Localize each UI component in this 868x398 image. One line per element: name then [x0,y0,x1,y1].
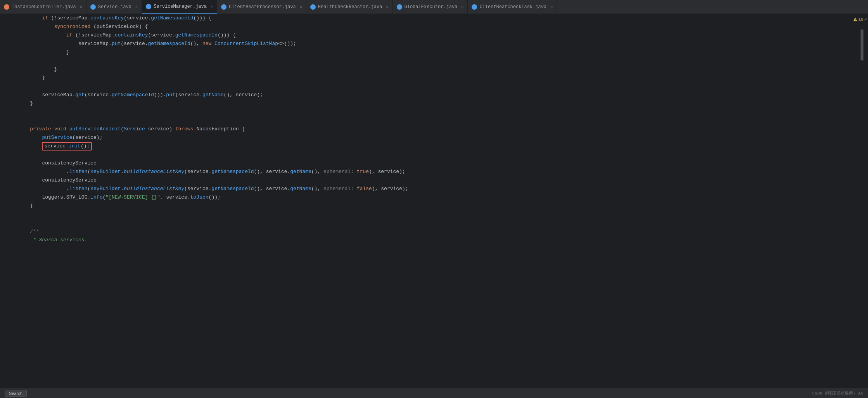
svg-text:!: ! [854,19,856,22]
tab-service-manager[interactable]: ServiceManager.java ✕ [142,0,217,14]
tab-label: Service.java [98,4,131,10]
code-line: * Search services. [0,236,860,244]
tab-close-icon[interactable]: ✕ [135,5,138,9]
tab-close-icon[interactable]: ✕ [550,5,553,9]
code-line: } [0,65,860,74]
tab-icon [397,4,402,10]
main-layout: if (!serviceMap.containsKey(service.getN… [0,14,868,398]
code-line [0,57,860,65]
tab-label: HealthCheckReactor.java [318,4,382,10]
code-line: } [0,48,860,57]
scrollbar-thumb[interactable] [861,29,863,61]
tab-close-icon[interactable]: ✕ [386,5,388,9]
bottom-bar: Search CSDN @程序员劝退师-TAO [0,388,868,398]
code-line: Loggers.SRV_LOG.info("[NEW-SERVICE] {}",… [0,193,860,202]
code-line [0,108,860,116]
tab-icon [4,4,9,10]
code-line: } [0,74,860,82]
code-line: .listen(KeyBuilder.buildInstanceListKey(… [0,168,860,176]
code-lines: if (!serviceMap.containsKey(service.getN… [0,14,860,244]
highlighted-code-line: service.init(); [0,142,860,151]
tab-label: GlobalExecutor.java [405,4,458,10]
tab-service[interactable]: Service.java ✕ [86,0,142,14]
code-line [0,82,860,91]
warning-icon: ! [853,17,858,22]
tab-icon [472,4,477,10]
tab-global-executor[interactable]: GlobalExecutor.java ✕ [393,0,468,14]
tab-icon [90,4,96,10]
checkmark-icon: ✓ [864,16,867,22]
tab-close-icon[interactable]: ✕ [211,4,213,9]
watermark-text: CSDN @程序员劝退师-TAO [812,390,863,396]
code-line [0,210,860,219]
warning-count: 18 [858,17,863,22]
tab-close-icon[interactable]: ✕ [461,5,463,9]
code-line: private void putServiceAndInit(Service s… [0,125,860,133]
tab-client-beat-processor[interactable]: ClientBeatProcessor.java ✕ [217,0,306,14]
tab-icon [221,4,227,10]
code-line: consistencyService [0,176,860,185]
code-line: serviceMap.get(service.getNamespaceId())… [0,91,860,99]
tab-instance-controller[interactable]: InstanceController.java ✕ [0,0,86,14]
bottom-left: Search [5,390,27,397]
tab-label: ClientBeatProcessor.java [229,4,296,10]
tab-icon [310,4,316,10]
tab-label: InstanceController.java [12,4,76,10]
bottom-right: CSDN @程序员劝退师-TAO [812,390,863,396]
warning-badge: ! 18 ✓ [853,16,867,22]
tab-icon [146,4,151,9]
code-line [0,219,860,227]
tab-bar: InstanceController.java ✕ Service.java ✕… [0,0,868,14]
tab-label: ServiceManager.java [154,4,207,9]
code-line [0,151,860,159]
tab-client-beat-check-task[interactable]: ClientBeatCheckTask.java ✕ [468,0,557,14]
code-line: if (!serviceMap.containsKey(service.getN… [0,31,860,40]
code-line: .listen(KeyBuilder.buildInstanceListKey(… [0,185,860,193]
code-area[interactable]: if (!serviceMap.containsKey(service.getN… [0,14,860,398]
code-line: putService(service); [0,133,860,142]
code-line: } [0,202,860,210]
code-line: } [0,99,860,108]
tab-health-check-reactor[interactable]: HealthCheckReactor.java ✕ [306,0,393,14]
code-line: if (!serviceMap.containsKey(service.getN… [0,14,860,22]
tab-close-icon[interactable]: ✕ [80,5,82,9]
code-line [0,116,860,125]
scrollbar-track[interactable] [860,29,864,61]
code-line: consistencyService [0,159,860,168]
right-warning-bar: ! 18 ✓ [860,14,868,398]
tab-label: ClientBeatCheckTask.java [479,4,546,10]
code-line: /** [0,227,860,236]
tab-close-icon[interactable]: ✕ [300,5,302,9]
code-line: synchronized (putServiceLock) { [0,22,860,31]
search-button[interactable]: Search [5,390,27,397]
code-line: serviceMap.put(service.getNamespaceId(),… [0,40,860,48]
